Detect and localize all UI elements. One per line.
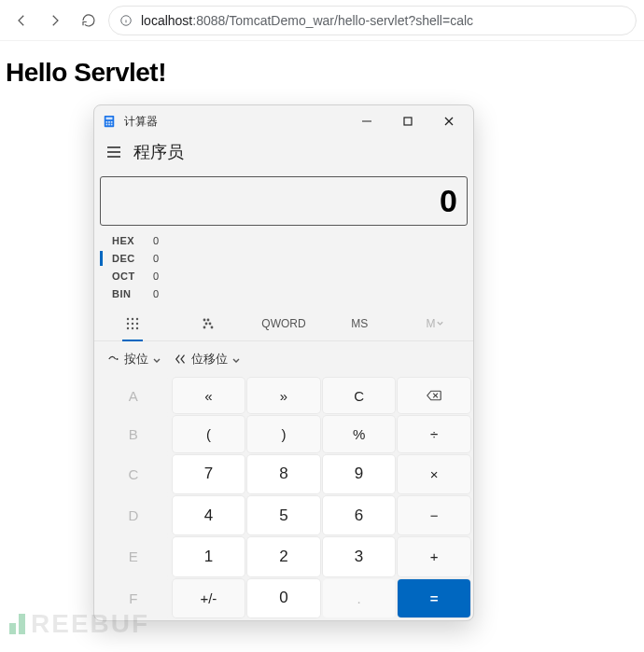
bitwise-dropdown[interactable]: 按位 [107, 351, 161, 368]
key-add[interactable]: + [398, 537, 470, 576]
radix-row-oct[interactable]: OCT0 [100, 269, 468, 284]
radix-row-dec[interactable]: DEC0 [100, 251, 468, 266]
page-heading: Hello Servlet! [6, 58, 638, 88]
page-content: Hello Servlet! [0, 41, 644, 88]
url-text: localhost:8088/TomcatDemo_war/hello-serv… [141, 13, 473, 28]
key-lshift[interactable]: « [173, 378, 245, 413]
radix-row-hex[interactable]: HEX0 [100, 233, 468, 248]
svg-point-19 [131, 318, 133, 320]
app-title: 计算器 [124, 114, 158, 130]
mode-name[interactable]: 程序员 [133, 141, 184, 163]
svg-rect-10 [111, 124, 113, 126]
bitshift-dropdown[interactable]: 位移位 [175, 351, 241, 368]
radix-row-bin[interactable]: BIN0 [100, 286, 468, 301]
svg-rect-7 [111, 121, 113, 123]
key-3[interactable]: 3 [323, 537, 396, 576]
svg-rect-6 [108, 121, 110, 123]
key-clear[interactable]: C [323, 378, 396, 413]
svg-point-21 [126, 323, 128, 325]
svg-point-22 [131, 323, 133, 325]
key-subtract[interactable]: − [398, 496, 470, 534]
key-divide[interactable]: ÷ [398, 416, 470, 451]
key-5[interactable]: 5 [247, 496, 320, 534]
svg-point-26 [135, 327, 137, 329]
word-size-button[interactable]: QWORD [245, 307, 321, 340]
keypad-view-button[interactable] [94, 307, 170, 340]
key-decimal[interactable]: . [323, 579, 396, 617]
key-4[interactable]: 4 [173, 496, 245, 534]
watermark: REEBUF [9, 609, 149, 639]
key-equals[interactable]: = [398, 579, 470, 617]
close-button[interactable] [428, 107, 469, 135]
key-7[interactable]: 7 [173, 455, 245, 493]
site-info-icon[interactable] [119, 13, 133, 28]
mode-row: 程序员 [94, 137, 473, 167]
svg-point-23 [135, 323, 137, 325]
forward-button[interactable] [41, 7, 69, 35]
keypad: A « » C B ( ) % ÷ C 7 8 9 × D 4 5 6 − E … [94, 375, 473, 620]
chevron-down-icon [152, 354, 161, 364]
key-2[interactable]: 2 [247, 537, 320, 576]
key-c[interactable]: C [97, 455, 170, 493]
svg-point-29 [204, 323, 207, 326]
svg-point-20 [135, 318, 137, 320]
memory-dropdown-button[interactable]: M [398, 307, 473, 340]
calculator-window: 计算器 程序员 0 HEX0 DEC0 OCT0 BIN0 QWORD MS M… [93, 104, 474, 621]
back-button[interactable] [7, 7, 35, 35]
key-rparen[interactable]: ) [247, 416, 320, 451]
key-8[interactable]: 8 [247, 455, 320, 493]
svg-point-31 [203, 326, 205, 329]
key-d[interactable]: D [97, 496, 170, 534]
svg-point-33 [116, 358, 118, 360]
url-host: localhost [141, 13, 192, 28]
bit-ops-row: 按位 位移位 [94, 341, 473, 375]
key-9[interactable]: 9 [323, 455, 396, 493]
url-port: :8088 [192, 13, 225, 28]
key-rshift[interactable]: » [247, 378, 320, 413]
maximize-button[interactable] [387, 107, 428, 135]
svg-point-30 [208, 323, 211, 326]
key-1[interactable]: 1 [173, 537, 245, 576]
watermark-logo-icon [9, 614, 25, 634]
svg-point-18 [126, 318, 128, 320]
chevron-down-icon [231, 354, 241, 364]
calc-display: 0 [100, 176, 468, 226]
memory-store-button[interactable]: MS [322, 307, 398, 340]
svg-point-32 [210, 326, 213, 329]
hamburger-icon[interactable] [104, 142, 124, 162]
key-backspace[interactable] [398, 378, 470, 413]
radix-block: HEX0 DEC0 OCT0 BIN0 [94, 231, 473, 307]
key-0[interactable]: 0 [247, 579, 320, 617]
svg-point-27 [203, 319, 205, 322]
key-percent[interactable]: % [323, 416, 396, 451]
address-bar[interactable]: localhost:8088/TomcatDemo_war/hello-serv… [108, 6, 637, 35]
browser-toolbar: localhost:8088/TomcatDemo_war/hello-serv… [0, 0, 644, 41]
svg-point-24 [126, 327, 128, 329]
url-path: /TomcatDemo_war/hello-servlet?shell=calc [225, 13, 473, 28]
svg-rect-5 [106, 121, 108, 123]
titlebar[interactable]: 计算器 [94, 105, 473, 137]
svg-rect-12 [404, 118, 412, 125]
reload-button[interactable] [75, 7, 103, 35]
key-negate[interactable]: +/- [173, 579, 245, 617]
minimize-button[interactable] [346, 107, 387, 135]
key-a[interactable]: A [97, 378, 170, 413]
key-6[interactable]: 6 [323, 496, 396, 534]
key-b[interactable]: B [97, 416, 170, 451]
tool-row: QWORD MS M [94, 307, 473, 341]
svg-point-25 [131, 327, 133, 329]
svg-rect-9 [108, 124, 110, 126]
key-e[interactable]: E [97, 537, 170, 576]
svg-rect-4 [106, 118, 113, 120]
calculator-icon [102, 114, 117, 129]
key-lparen[interactable]: ( [173, 416, 245, 451]
svg-point-28 [206, 319, 209, 322]
svg-rect-8 [106, 124, 108, 126]
key-multiply[interactable]: × [398, 455, 470, 493]
bit-view-button[interactable] [170, 307, 245, 340]
